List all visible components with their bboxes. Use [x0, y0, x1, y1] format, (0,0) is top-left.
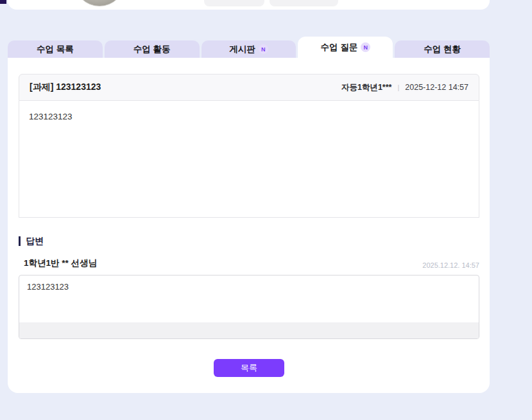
tab-label: 수업 현황: [424, 44, 461, 55]
answer-teacher-name: 1학년1반 ** 선생님: [19, 258, 97, 269]
tab-label: 수업 목록: [37, 44, 74, 55]
answer-datetime: 2025.12.12. 14:57: [422, 261, 479, 269]
avatar: [74, 0, 125, 6]
tab-class-question[interactable]: 수업 질문 N: [298, 37, 393, 58]
question-header: [과제] 123123123 자등1학년1*** | 2025-12-12 14…: [19, 74, 479, 101]
page-top-edge: [0, 0, 6, 4]
answer-editor[interactable]: 123123123: [19, 275, 479, 339]
tab-label: 게시판: [229, 44, 255, 55]
new-badge-icon: N: [361, 42, 370, 52]
header-button-2[interactable]: [270, 0, 338, 6]
tab-class-activity[interactable]: 수업 활동: [105, 40, 200, 58]
tab-label: 수업 질문: [320, 42, 357, 53]
class-tabs: 수업 목록 수업 활동 게시판 N 수업 질문 N 수업 현황: [8, 37, 490, 58]
button-row: 목록: [19, 359, 479, 377]
question-author: 자등1학년1***: [341, 82, 392, 93]
profile-header-card: [8, 0, 490, 10]
meta-separator: |: [397, 83, 399, 91]
new-badge-icon: N: [259, 44, 268, 54]
question-title: [과제] 123123123: [30, 82, 101, 93]
answer-content[interactable]: 123123123: [19, 276, 479, 322]
tab-class-list[interactable]: 수업 목록: [8, 40, 103, 58]
tab-label: 수업 활동: [133, 44, 171, 55]
answer-section-label: 답변: [19, 236, 479, 246]
question-datetime: 2025-12-12 14:57: [405, 83, 468, 92]
tab-board[interactable]: 게시판 N: [202, 40, 296, 58]
question-detail-panel: [과제] 123123123 자등1학년1*** | 2025-12-12 14…: [8, 58, 490, 393]
answer-editor-toolbar: [19, 322, 479, 338]
answer-header: 1학년1반 ** 선생님 2025.12.12. 14:57: [19, 258, 479, 269]
question-meta: 자등1학년1*** | 2025-12-12 14:57: [341, 82, 468, 93]
question-content: 123123123: [19, 101, 479, 218]
header-button-1[interactable]: [204, 0, 264, 6]
tab-class-status[interactable]: 수업 현황: [395, 40, 490, 58]
list-button[interactable]: 목록: [214, 359, 284, 377]
